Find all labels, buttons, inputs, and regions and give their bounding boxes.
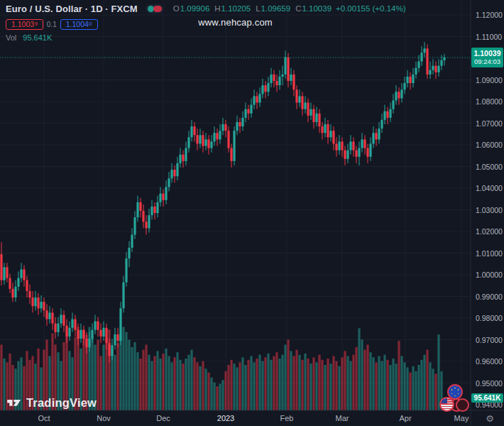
candle-body bbox=[338, 141, 340, 150]
candle-body bbox=[423, 48, 425, 53]
candle-body bbox=[193, 126, 195, 135]
candle-body bbox=[295, 89, 297, 102]
volume-bar bbox=[165, 349, 167, 410]
time-tick-label: Nov bbox=[97, 414, 111, 422]
sell-bid-button[interactable]: 1.10039 bbox=[6, 19, 43, 30]
price-tick-label: 0.97000 bbox=[476, 336, 503, 344]
volume-bar bbox=[128, 339, 130, 410]
candle-body bbox=[187, 137, 190, 148]
volume-bar bbox=[139, 359, 141, 410]
volume-bar bbox=[270, 360, 272, 410]
volume-bar bbox=[392, 359, 394, 410]
settings-gear-icon[interactable]: ⚙ bbox=[483, 413, 496, 425]
candle-body bbox=[247, 109, 249, 114]
candle-body bbox=[332, 131, 334, 143]
price-tick-label: 0.95000 bbox=[476, 379, 503, 388]
candle-body bbox=[153, 207, 155, 213]
volume-bar bbox=[258, 355, 261, 410]
volume-indicator-label[interactable]: Vol bbox=[6, 33, 16, 42]
tradingview-logo[interactable]: TradingView bbox=[6, 396, 97, 410]
volume-bar bbox=[420, 360, 422, 410]
candle-body bbox=[116, 334, 119, 341]
volume-bar bbox=[327, 359, 329, 410]
candle-body bbox=[94, 322, 96, 330]
candle-body bbox=[290, 75, 292, 81]
candle-body bbox=[99, 330, 102, 337]
volume-bar bbox=[176, 352, 178, 410]
candle-body bbox=[216, 133, 218, 139]
volume-bar bbox=[99, 356, 102, 410]
candle-body bbox=[278, 77, 280, 85]
candle-body bbox=[267, 83, 269, 92]
volume-bar bbox=[437, 334, 439, 410]
candle-body bbox=[315, 114, 317, 122]
candle-body bbox=[434, 66, 437, 72]
low-label: L bbox=[256, 4, 260, 13]
candle-body bbox=[389, 109, 391, 118]
high-label: H bbox=[214, 4, 220, 13]
volume-bar bbox=[241, 357, 243, 410]
header-toggle-icon[interactable] bbox=[146, 4, 163, 13]
volume-bar bbox=[114, 355, 116, 410]
volume-bar bbox=[287, 339, 289, 410]
price-tick-label: 1.07000 bbox=[476, 119, 503, 128]
candle-body bbox=[62, 315, 65, 325]
volume-bar bbox=[236, 367, 238, 410]
candle-body bbox=[261, 85, 263, 94]
volume-bar bbox=[219, 384, 221, 410]
volume-bar bbox=[187, 355, 190, 410]
candle-body bbox=[236, 122, 238, 131]
volume-bar bbox=[156, 351, 158, 410]
time-axis[interactable]: OctNovDec2023FebMarAprMay bbox=[0, 410, 504, 426]
candle-body bbox=[309, 109, 312, 116]
volume-bar bbox=[122, 327, 124, 410]
symbol-title[interactable]: Euro / U.S. Dollar · 1D · FXCM bbox=[6, 4, 138, 14]
candle-body bbox=[82, 330, 84, 339]
candle-body bbox=[3, 267, 5, 280]
ohlc-readout: O1.09906 H1.10205 L1.09659 C1.10039 +0.0… bbox=[173, 4, 406, 13]
volume-bar bbox=[346, 356, 349, 410]
volume-bar bbox=[216, 386, 218, 410]
candle-body bbox=[102, 328, 104, 337]
price-tick-label: 1.09000 bbox=[476, 76, 503, 84]
candle-body bbox=[6, 267, 8, 278]
candle-body bbox=[327, 124, 329, 137]
volume-bar bbox=[332, 356, 334, 410]
candle-body bbox=[244, 109, 246, 118]
candle-body bbox=[148, 215, 150, 228]
volume-axis-label: 95.641K bbox=[471, 393, 503, 403]
candle-body bbox=[91, 330, 93, 339]
time-tick-label: Mar bbox=[336, 414, 349, 422]
buy-ask-button[interactable]: 1.10040 bbox=[60, 19, 98, 30]
candle-body bbox=[361, 139, 363, 148]
candle-body bbox=[23, 269, 25, 280]
last-price-value: 1.10039 bbox=[471, 49, 503, 58]
candlestick-chart[interactable] bbox=[0, 0, 504, 426]
volume-bar bbox=[412, 366, 414, 410]
volume-bar bbox=[386, 360, 388, 410]
volume-bar bbox=[284, 344, 286, 410]
candle-body bbox=[256, 96, 258, 102]
volume-bar bbox=[168, 356, 170, 410]
candle-body bbox=[369, 143, 371, 156]
candle-body bbox=[221, 124, 224, 131]
volume-bar bbox=[264, 357, 266, 410]
candle-body bbox=[20, 269, 22, 278]
candle-body bbox=[403, 83, 405, 89]
volume-bar bbox=[324, 365, 326, 410]
flag-ring-icon bbox=[456, 398, 469, 412]
candle-body bbox=[207, 139, 209, 148]
volume-bar bbox=[150, 361, 153, 410]
candle-body bbox=[210, 141, 212, 148]
volume-bar bbox=[383, 355, 385, 410]
volume-bar bbox=[0, 344, 2, 410]
time-tick-label: Feb bbox=[280, 414, 294, 422]
usd-flag-icon[interactable] bbox=[439, 397, 454, 412]
candle-body bbox=[111, 345, 113, 356]
candle-body bbox=[119, 308, 121, 341]
candle-body bbox=[131, 235, 133, 248]
candle-body bbox=[284, 57, 286, 74]
candle-body bbox=[105, 328, 107, 343]
volume-bar bbox=[429, 362, 431, 410]
volume-bar bbox=[290, 351, 292, 410]
